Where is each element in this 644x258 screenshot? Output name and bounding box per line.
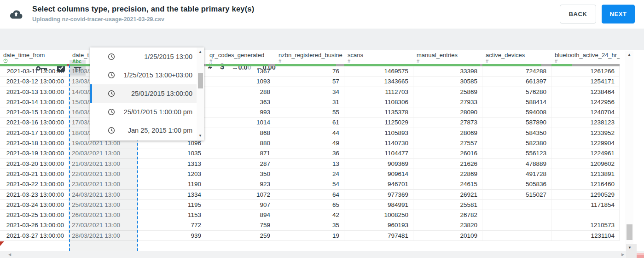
table-cell[interactable]: 868 — [206, 128, 275, 138]
scroll-down-arrow-icon[interactable]: ▼ — [197, 134, 204, 138]
table-cell[interactable]: 724288 — [482, 66, 551, 76]
table-cell[interactable]: 30585 — [413, 76, 482, 87]
table-cell[interactable]: 977369 — [344, 190, 413, 200]
table-cell[interactable]: 1469575 — [344, 66, 413, 76]
table-cell[interactable]: 1203 — [138, 169, 206, 179]
vertical-scrollbar[interactable]: ▲ — [625, 51, 633, 251]
date-format-option[interactable]: 25/01/2015 1:00:00 pm — [90, 103, 204, 121]
table-cell[interactable]: 2021-03-16 13:00:00 — [0, 117, 69, 128]
table-cell[interactable]: 2021-03-20 13:00:00 — [0, 159, 69, 169]
table-cell[interactable]: 24 — [275, 169, 344, 179]
table-cell[interactable]: 2021-03-27 13:00:00 — [0, 231, 69, 241]
table-cell[interactable]: 26/03/2021 13:00 — [69, 210, 138, 220]
table-cell[interactable]: 36 — [275, 148, 344, 158]
column-header[interactable]: date_time_from — [0, 50, 69, 64]
table-cell[interactable]: 1210573 — [551, 220, 620, 230]
table-cell[interactable]: 2021-03-17 13:00:00 — [0, 128, 69, 138]
table-cell[interactable]: 54 — [275, 179, 344, 189]
table-cell[interactable]: 76 — [275, 66, 344, 76]
table-cell[interactable]: 594008 — [482, 107, 551, 117]
date-format-option[interactable]: 25/01/2015 13:00:00 — [90, 84, 204, 103]
table-cell[interactable]: 2021-03-21 13:00:00 — [0, 169, 69, 179]
table-cell[interactable]: 505836 — [482, 179, 551, 189]
table-cell[interactable]: 28/03/2021 13:00 — [69, 231, 138, 241]
table-cell[interactable]: 587890 — [482, 117, 551, 128]
table-cell[interactable]: 22/03/2021 13:00 — [69, 169, 138, 179]
table-cell[interactable]: 21/03/2021 13:00 — [69, 159, 138, 169]
table-cell[interactable]: 2021-03-24 13:00:00 — [0, 200, 69, 210]
table-cell[interactable]: 909369 — [344, 159, 413, 169]
table-cell[interactable]: 582380 — [482, 138, 551, 148]
table-cell[interactable]: 26921 — [413, 190, 482, 200]
table-cell[interactable]: 33398 — [413, 66, 482, 76]
table-cell[interactable]: 923 — [206, 179, 275, 189]
table-cell[interactable]: 491728 — [482, 169, 551, 179]
table-cell[interactable]: 363 — [206, 97, 275, 107]
table-cell[interactable]: 20/03/2021 13:00 — [69, 148, 138, 158]
table-cell[interactable] — [482, 200, 551, 210]
table-cell[interactable]: 584350 — [482, 128, 551, 138]
table-cell[interactable]: 28069 — [413, 128, 482, 138]
table-cell[interactable]: 1238464 — [551, 87, 620, 97]
scroll-up-arrow-icon[interactable]: ▲ — [197, 50, 204, 54]
table-cell[interactable]: 2021-03-12 13:00:00 — [0, 76, 69, 87]
table-cell[interactable]: 20109 — [413, 231, 482, 241]
scroll-left-arrow-icon[interactable]: ◀ — [8, 252, 11, 257]
table-cell[interactable]: 288 — [206, 87, 275, 97]
table-cell[interactable]: 1229904 — [551, 138, 620, 148]
table-cell[interactable]: 22869 — [413, 169, 482, 179]
column-header[interactable]: qr_codes_generated# — [206, 50, 275, 64]
table-cell[interactable] — [482, 231, 551, 241]
table-cell[interactable]: 35 — [275, 220, 344, 230]
table-cell[interactable]: 1008250 — [344, 210, 413, 220]
table-cell[interactable] — [551, 210, 620, 220]
table-cell[interactable]: 350 — [206, 169, 275, 179]
table-cell[interactable]: 25/03/2021 13:00 — [69, 200, 138, 210]
column-header[interactable]: manual_entries# — [413, 50, 482, 64]
table-cell[interactable]: 1261266 — [551, 66, 620, 76]
table-cell[interactable]: 21626 — [413, 159, 482, 169]
table-cell[interactable]: 44 — [275, 128, 344, 138]
table-cell[interactable]: 1343665 — [344, 76, 413, 87]
table-cell[interactable]: 2021-03-26 13:00:00 — [0, 220, 69, 230]
table-cell[interactable]: 2021-03-13 13:00:00 — [0, 87, 69, 97]
dropdown-scrollbar[interactable]: ▲ ▼ — [197, 47, 204, 141]
date-format-option[interactable]: 1/25/2015 13:00 — [90, 47, 204, 66]
table-cell[interactable]: 19 — [275, 231, 344, 241]
horizontal-scrollbar[interactable]: ◀ ▶ — [0, 251, 644, 258]
table-cell[interactable]: 28090 — [413, 107, 482, 117]
table-cell[interactable]: 27873 — [413, 117, 482, 128]
table-cell[interactable]: 2021-03-11 13:00:00 — [0, 66, 69, 76]
table-cell[interactable]: 23820 — [413, 220, 482, 230]
scroll-right-arrow-icon[interactable]: ▶ — [621, 252, 624, 257]
column-header[interactable]: scans# — [344, 50, 413, 64]
table-cell[interactable]: 2021-03-25 13:00:00 — [0, 210, 69, 220]
table-cell[interactable]: 2021-03-22 13:00:00 — [0, 179, 69, 189]
table-cell[interactable]: 24615 — [413, 179, 482, 189]
next-button[interactable]: NEXT — [602, 5, 635, 23]
dropdown-scrollbar-thumb[interactable] — [198, 73, 203, 88]
table-cell[interactable]: 1242956 — [551, 97, 620, 107]
back-button[interactable]: BACK — [560, 5, 596, 23]
table-cell[interactable]: 61 — [275, 117, 344, 128]
table-cell[interactable]: 25869 — [413, 87, 482, 97]
date-format-option[interactable]: Jan 25, 2015 1:00 pm — [90, 121, 204, 140]
table-cell[interactable]: 27557 — [413, 138, 482, 148]
table-cell[interactable]: 894 — [206, 210, 275, 220]
table-cell[interactable]: 556123 — [482, 148, 551, 158]
table-cell[interactable]: 27933 — [413, 97, 482, 107]
table-cell[interactable]: 1213891 — [551, 169, 620, 179]
table-cell[interactable]: 1367 — [206, 66, 275, 76]
table-cell[interactable]: 1072 — [206, 190, 275, 200]
table-cell[interactable]: 55 — [275, 107, 344, 117]
table-cell[interactable]: 1112703 — [344, 87, 413, 97]
table-cell[interactable]: 27/03/2021 13:00 — [69, 220, 138, 230]
table-cell[interactable]: 2021-03-15 13:00:00 — [0, 107, 69, 117]
table-cell[interactable]: 1254171 — [551, 76, 620, 87]
table-cell[interactable]: 2021-03-23 13:00:00 — [0, 190, 69, 200]
table-cell[interactable]: 64 — [275, 190, 344, 200]
date-format-option[interactable]: 1/25/2015 13:00+03:00 — [90, 66, 204, 84]
scroll-up-arrow-icon[interactable]: ▲ — [625, 53, 633, 57]
table-cell[interactable]: 49 — [275, 138, 344, 148]
table-cell[interactable]: 1209602 — [551, 159, 620, 169]
